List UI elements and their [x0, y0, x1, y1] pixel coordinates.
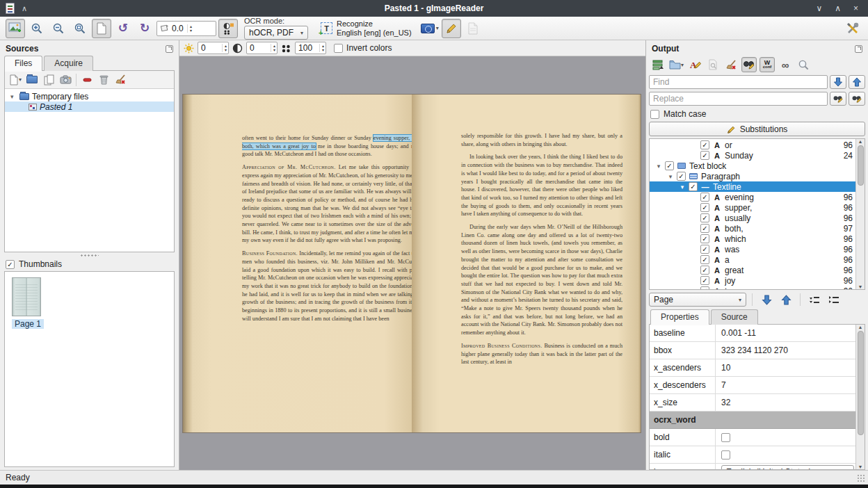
display-controls-button[interactable] [218, 19, 238, 38]
tree-row-pasted-1[interactable]: Pasted 1 [5, 101, 174, 112]
open-output-button[interactable]: ▾ [668, 57, 684, 72]
match-case-checkbox[interactable] [650, 110, 659, 119]
find-input[interactable] [649, 75, 828, 89]
row-checkbox[interactable]: ✓ [700, 245, 709, 254]
contrast-spinbox[interactable]: 0▴▾ [246, 42, 278, 54]
properties-scrollbar[interactable]: ▲ ▼ [855, 325, 865, 469]
tree-row-usually[interactable]: ✓Ausually96 [650, 213, 855, 223]
find-prev-button[interactable] [849, 75, 865, 89]
word-confidence-toggle[interactable]: Wconf [760, 57, 775, 72]
row-checkbox[interactable]: ✓ [700, 140, 709, 149]
zoom-fit-button[interactable] [92, 19, 111, 38]
detach-icon[interactable] [166, 45, 173, 53]
add-images-button[interactable] [6, 19, 25, 38]
property-value[interactable]: 10 [716, 363, 855, 373]
row-checkbox[interactable]: ✓ [677, 172, 686, 181]
tree-row-temporary-files[interactable]: ▾ Temporary files [5, 91, 174, 101]
tree-row-great[interactable]: ✓Agreat96 [650, 265, 855, 275]
zoom-original-button[interactable] [70, 19, 90, 38]
expand-all-button[interactable] [826, 293, 842, 307]
row-checkbox[interactable]: ✓ [700, 203, 709, 212]
minimize-button[interactable]: ∨ [816, 3, 822, 13]
edit-button[interactable] [442, 19, 461, 38]
paste-button[interactable] [42, 73, 55, 87]
resize-grip[interactable] [857, 474, 865, 482]
tree-row-sunday[interactable]: ✓ASunday24 [650, 150, 855, 161]
find-replace-toggle[interactable] [741, 57, 757, 72]
find-next-button[interactable] [830, 75, 846, 89]
rotate-left-button[interactable]: ↺ [113, 19, 133, 38]
property-value[interactable]: 0.001 -11 [716, 328, 855, 338]
tree-row-or[interactable]: ✓Aor96 [650, 140, 855, 150]
tree-row-to[interactable]: ✓Ato96 [650, 286, 855, 289]
brightness-spinbox[interactable]: 0▴▾ [198, 42, 229, 54]
clear-sources-button[interactable] [114, 73, 127, 87]
zoom-out-button[interactable] [49, 19, 68, 38]
close-button[interactable]: × [853, 3, 858, 13]
maximize-button[interactable]: ∧ [835, 3, 841, 13]
tab-source[interactable]: Source [711, 309, 758, 325]
property-value[interactable]: 7 [716, 380, 855, 390]
expander-icon[interactable]: ▾ [679, 184, 686, 190]
thumbnail-page-label[interactable]: Page 1 [12, 319, 44, 329]
expander-icon[interactable]: ▾ [655, 163, 662, 170]
scroll-down-icon[interactable]: ▼ [858, 284, 863, 289]
remove-source-button[interactable] [81, 73, 93, 87]
tree-row-was[interactable]: ✓Awas96 [650, 244, 855, 254]
scroll-up-icon[interactable]: ▲ [858, 325, 863, 330]
ocr-selected-textline[interactable]: evening supper, usually both, which was … [242, 135, 428, 149]
detect-layout-button[interactable] [463, 19, 483, 38]
resolution-spinbox[interactable]: 100▴▾ [295, 42, 326, 54]
tree-row-paragraph[interactable]: ▾✓Paragraph [650, 171, 855, 181]
row-checkbox[interactable]: ✓ [700, 255, 709, 264]
delete-source-button[interactable] [97, 73, 110, 87]
page-thumbnail[interactable] [12, 277, 41, 316]
clear-output-button[interactable] [723, 57, 739, 72]
tree-row-a[interactable]: ✓Aa96 [650, 254, 855, 265]
tree-row-evening[interactable]: ✓Aevening96 [650, 192, 855, 202]
scroll-up-icon[interactable]: ▲ [858, 139, 863, 144]
substitutions-button[interactable]: Substitutions [649, 122, 865, 136]
find-document-button[interactable] [705, 57, 721, 72]
tab-files[interactable]: Files [4, 56, 42, 71]
add-source-button[interactable]: ▾ [9, 73, 22, 87]
expander-icon[interactable]: ▾ [667, 173, 674, 180]
window-shade-icon[interactable]: ∧ [22, 4, 27, 13]
link-toggle[interactable]: ∞ [778, 57, 793, 72]
replace-input[interactable] [649, 92, 828, 106]
tree-row-joy[interactable]: ✓Ajoy96 [650, 275, 855, 286]
tree-row-which[interactable]: ✓Awhich96 [650, 234, 855, 244]
expander-icon[interactable]: ▾ [10, 93, 17, 100]
replace-button[interactable] [830, 92, 846, 106]
tab-properties[interactable]: Properties [650, 309, 709, 325]
collapse-all-button[interactable] [806, 293, 823, 307]
rotate-right-button[interactable]: ↻ [135, 19, 154, 38]
scroll-down-icon[interactable]: ▼ [858, 464, 863, 469]
tree-row-both[interactable]: ✓Aboth,97 [650, 223, 855, 234]
detach-icon[interactable] [855, 45, 862, 53]
row-checkbox[interactable]: ✓ [665, 161, 674, 170]
bold-checkbox[interactable] [721, 433, 730, 442]
row-checkbox[interactable]: ✓ [700, 286, 709, 289]
ocr-mode-select[interactable]: hOCR, PDF ▾ [244, 26, 308, 40]
tree-row-supper[interactable]: ✓Asupper,96 [650, 202, 855, 213]
row-checkbox[interactable]: ✓ [700, 276, 709, 285]
image-canvas[interactable]: often went to their home for Sunday dinn… [179, 56, 645, 470]
row-checkbox[interactable]: ✓ [700, 213, 709, 222]
row-checkbox[interactable]: ✓ [700, 224, 709, 233]
property-value[interactable]: 323 234 1120 270 [716, 345, 855, 355]
settings-button[interactable] [843, 19, 862, 38]
zoom-in-button[interactable] [27, 19, 47, 38]
prev-item-button[interactable] [778, 293, 794, 307]
row-checkbox[interactable]: ✓ [700, 193, 709, 202]
recognize-button[interactable]: T+ Recognize English [eng] (en_US) [314, 17, 418, 40]
navigation-target-select[interactable]: Page ▾ [649, 293, 746, 307]
tree-row-textline[interactable]: ▾✓—Textline [650, 181, 855, 192]
row-checkbox[interactable]: ✓ [700, 151, 709, 160]
tab-acquire[interactable]: Acquire [44, 56, 93, 71]
preview-button[interactable] [796, 57, 811, 72]
row-checkbox[interactable]: ✓ [700, 266, 709, 275]
replace-all-button[interactable] [849, 92, 865, 106]
screenshot-button[interactable] [59, 73, 72, 87]
tree-scrollbar[interactable]: ▲ ▼ [855, 139, 865, 289]
